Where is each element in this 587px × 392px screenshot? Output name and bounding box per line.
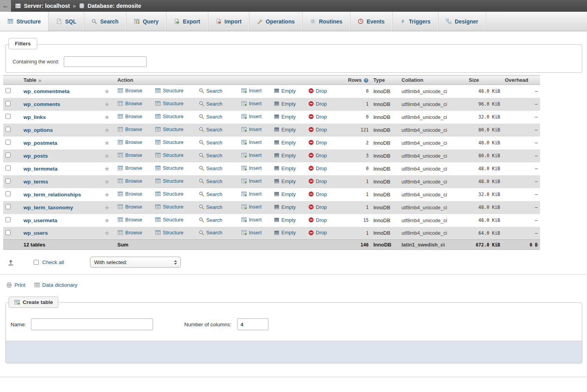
insert-action[interactable]: Insert [241, 101, 274, 106]
insert-action[interactable]: Insert [241, 113, 274, 119]
tab-export[interactable]: Export [166, 12, 208, 31]
empty-action[interactable]: Empty [274, 88, 308, 94]
search-action[interactable]: Search [199, 140, 241, 146]
favorite-star-icon[interactable] [104, 217, 110, 224]
table-name-link[interactable]: wp_users [23, 230, 48, 236]
structure-action[interactable]: Structure [155, 152, 199, 158]
structure-action[interactable]: Structure [155, 139, 199, 145]
row-checkbox[interactable] [5, 114, 11, 119]
col-header-size[interactable]: Size [469, 77, 479, 83]
tab-routines[interactable]: Routines [303, 12, 350, 31]
empty-action[interactable]: Empty [274, 153, 308, 158]
empty-action[interactable]: Empty [274, 191, 308, 197]
empty-action[interactable]: Empty [274, 140, 308, 146]
structure-action[interactable]: Structure [155, 88, 199, 94]
empty-action[interactable]: Empty [274, 217, 308, 223]
browse-action[interactable]: Browse [117, 191, 155, 197]
breadcrumb-database-link[interactable]: Database: demosite [88, 3, 141, 9]
search-action[interactable]: Search [199, 88, 241, 94]
favorite-star-icon[interactable] [104, 140, 110, 146]
empty-action[interactable]: Empty [274, 101, 308, 107]
table-name-link[interactable]: wp_usermeta [23, 218, 57, 223]
tab-operations[interactable]: Operations [249, 12, 303, 31]
tab-triggers[interactable]: Triggers [393, 12, 438, 31]
insert-action[interactable]: Insert [241, 165, 274, 171]
table-name-link[interactable]: wp_links [23, 114, 46, 120]
browse-action[interactable]: Browse [117, 204, 155, 210]
favorite-star-icon[interactable] [104, 191, 110, 198]
search-action[interactable]: Search [199, 217, 241, 223]
structure-action[interactable]: Structure [155, 230, 199, 236]
help-icon[interactable]: ? [364, 78, 369, 83]
drop-action[interactable]: Drop [308, 191, 332, 197]
search-action[interactable]: Search [199, 153, 241, 158]
favorite-star-icon[interactable] [104, 178, 110, 185]
insert-action[interactable]: Insert [241, 191, 274, 197]
search-action[interactable]: Search [199, 114, 241, 120]
search-action[interactable]: Search [199, 230, 241, 236]
table-name-link[interactable]: wp_options [23, 127, 53, 133]
row-checkbox[interactable] [5, 191, 11, 196]
drop-action[interactable]: Drop [308, 114, 332, 120]
drop-action[interactable]: Drop [308, 178, 332, 184]
empty-action[interactable]: Empty [274, 114, 308, 120]
row-checkbox[interactable] [5, 127, 11, 132]
structure-action[interactable]: Structure [155, 204, 199, 210]
row-checkbox[interactable] [5, 101, 11, 106]
col-header-type[interactable]: Type [373, 77, 385, 83]
check-all-checkbox[interactable] [34, 260, 39, 265]
structure-action[interactable]: Structure [155, 101, 199, 106]
empty-action[interactable]: Empty [274, 127, 308, 133]
insert-action[interactable]: Insert [241, 88, 274, 94]
drop-action[interactable]: Drop [308, 88, 332, 94]
table-name-link[interactable]: wp_termmeta [23, 166, 58, 172]
favorite-star-icon[interactable] [104, 165, 110, 172]
col-header-table[interactable]: Table [23, 77, 36, 83]
favorite-star-icon[interactable] [104, 127, 110, 133]
data-dictionary-link[interactable]: Data dictionary [34, 282, 77, 288]
columns-count-input[interactable] [237, 318, 268, 330]
favorite-star-icon[interactable] [104, 153, 110, 159]
browse-action[interactable]: Browse [117, 88, 155, 94]
structure-action[interactable]: Structure [155, 217, 199, 223]
insert-action[interactable]: Insert [241, 126, 274, 132]
table-name-link[interactable]: wp_comments [23, 101, 60, 107]
browse-action[interactable]: Browse [117, 113, 155, 119]
search-action[interactable]: Search [199, 127, 241, 133]
browse-action[interactable]: Browse [117, 139, 155, 145]
search-action[interactable]: Search [199, 165, 241, 171]
drop-action[interactable]: Drop [308, 204, 332, 210]
insert-action[interactable]: Insert [241, 217, 274, 223]
drop-action[interactable]: Drop [308, 127, 332, 133]
browse-action[interactable]: Browse [117, 101, 155, 106]
row-checkbox[interactable] [5, 217, 11, 222]
col-header-collation[interactable]: Collation [402, 77, 423, 83]
insert-action[interactable]: Insert [241, 139, 274, 145]
structure-action[interactable]: Structure [155, 191, 199, 197]
tab-designer[interactable]: Designer [438, 12, 486, 31]
favorite-star-icon[interactable] [104, 114, 110, 120]
table-name-link[interactable]: wp_posts [23, 153, 48, 159]
empty-action[interactable]: Empty [274, 230, 308, 236]
empty-action[interactable]: Empty [274, 178, 308, 184]
insert-action[interactable]: Insert [241, 178, 274, 184]
drop-action[interactable]: Drop [308, 230, 332, 236]
col-header-rows[interactable]: Rows [348, 77, 362, 83]
drop-action[interactable]: Drop [308, 101, 332, 107]
browse-action[interactable]: Browse [117, 230, 155, 236]
search-action[interactable]: Search [199, 178, 241, 184]
favorite-star-icon[interactable] [104, 204, 110, 211]
table-name-link[interactable]: wp_postmeta [23, 140, 57, 146]
tab-events[interactable]: Events [350, 12, 393, 31]
search-action[interactable]: Search [199, 101, 241, 107]
breadcrumb-server-link[interactable]: Server: localhost [24, 3, 70, 9]
row-checkbox[interactable] [5, 165, 11, 171]
tab-search[interactable]: Search [84, 12, 126, 31]
tab-sql[interactable]: SQL [49, 12, 84, 31]
table-name-link[interactable]: wp_commentmeta [23, 88, 70, 94]
favorite-star-icon[interactable] [104, 88, 110, 95]
table-name-link[interactable]: wp_term_relationships [23, 192, 81, 198]
row-checkbox[interactable] [5, 204, 11, 209]
empty-action[interactable]: Empty [274, 165, 308, 171]
tab-import[interactable]: Import [208, 12, 250, 31]
